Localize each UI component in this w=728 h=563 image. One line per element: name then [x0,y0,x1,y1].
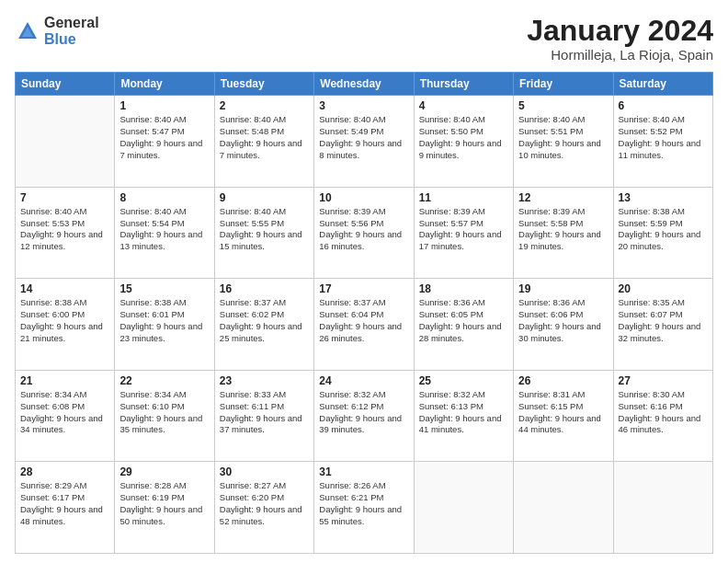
day-info: Sunrise: 8:28 AMSunset: 6:19 PMDaylight:… [119,480,209,527]
day-number: 5 [518,99,608,112]
day-number: 17 [319,282,408,295]
day-cell: 15Sunrise: 8:38 AMSunset: 6:01 PMDayligh… [115,279,214,371]
day-cell: 16Sunrise: 8:37 AMSunset: 6:02 PMDayligh… [214,279,313,371]
day-info: Sunrise: 8:39 AMSunset: 5:56 PMDaylight:… [319,206,408,253]
day-number: 29 [119,465,209,478]
day-number: 2 [220,99,309,112]
week-row-2: 14Sunrise: 8:38 AMSunset: 6:00 PMDayligh… [16,279,713,371]
day-info: Sunrise: 8:40 AMSunset: 5:48 PMDaylight:… [220,114,309,161]
title-block: January 2024 Hormilleja, La Rioja, Spain [527,15,713,63]
day-number: 11 [419,191,508,204]
day-cell: 17Sunrise: 8:37 AMSunset: 6:04 PMDayligh… [314,279,414,371]
day-cell [514,462,613,554]
day-number: 6 [619,99,708,112]
logo-text: General Blue [44,15,99,47]
day-number: 30 [220,465,309,478]
day-cell: 22Sunrise: 8:34 AMSunset: 6:10 PMDayligh… [115,370,214,462]
day-info: Sunrise: 8:33 AMSunset: 6:11 PMDaylight:… [220,389,309,436]
day-cell: 24Sunrise: 8:32 AMSunset: 6:12 PMDayligh… [314,370,414,462]
location: Hormilleja, La Rioja, Spain [527,47,713,63]
weekday-wednesday: Wednesday [314,73,414,96]
day-number: 9 [220,191,309,204]
day-number: 7 [20,191,109,204]
day-number: 1 [119,99,209,112]
day-info: Sunrise: 8:37 AMSunset: 6:02 PMDaylight:… [220,297,309,344]
day-cell: 20Sunrise: 8:35 AMSunset: 6:07 PMDayligh… [613,279,712,371]
day-info: Sunrise: 8:40 AMSunset: 5:51 PMDaylight:… [518,114,608,161]
day-cell: 6Sunrise: 8:40 AMSunset: 5:52 PMDaylight… [613,96,712,188]
day-info: Sunrise: 8:40 AMSunset: 5:53 PMDaylight:… [20,206,109,253]
day-number: 20 [619,282,708,295]
day-info: Sunrise: 8:29 AMSunset: 6:17 PMDaylight:… [20,480,109,527]
day-info: Sunrise: 8:30 AMSunset: 6:16 PMDaylight:… [619,389,708,436]
week-row-3: 21Sunrise: 8:34 AMSunset: 6:08 PMDayligh… [16,370,713,462]
day-info: Sunrise: 8:40 AMSunset: 5:50 PMDaylight:… [419,114,508,161]
day-number: 3 [319,99,408,112]
day-cell: 3Sunrise: 8:40 AMSunset: 5:49 PMDaylight… [314,96,414,188]
day-cell: 13Sunrise: 8:38 AMSunset: 5:59 PMDayligh… [613,187,712,279]
day-info: Sunrise: 8:40 AMSunset: 5:52 PMDaylight:… [619,114,708,161]
day-cell: 14Sunrise: 8:38 AMSunset: 6:00 PMDayligh… [16,279,115,371]
day-info: Sunrise: 8:31 AMSunset: 6:15 PMDaylight:… [518,389,608,436]
day-info: Sunrise: 8:34 AMSunset: 6:08 PMDaylight:… [20,389,109,436]
weekday-sunday: Sunday [16,73,115,96]
weekday-header-row: SundayMondayTuesdayWednesdayThursdayFrid… [16,73,713,96]
day-info: Sunrise: 8:40 AMSunset: 5:49 PMDaylight:… [319,114,408,161]
day-number: 16 [220,282,309,295]
day-info: Sunrise: 8:36 AMSunset: 6:05 PMDaylight:… [419,297,508,344]
day-cell [613,462,712,554]
day-info: Sunrise: 8:32 AMSunset: 6:13 PMDaylight:… [419,389,508,436]
logo: General Blue [15,15,99,47]
day-info: Sunrise: 8:40 AMSunset: 5:47 PMDaylight:… [119,114,209,161]
day-info: Sunrise: 8:26 AMSunset: 6:21 PMDaylight:… [319,480,408,527]
day-cell: 18Sunrise: 8:36 AMSunset: 6:05 PMDayligh… [414,279,513,371]
day-cell: 8Sunrise: 8:40 AMSunset: 5:54 PMDaylight… [115,187,214,279]
day-number: 10 [319,191,408,204]
day-cell: 25Sunrise: 8:32 AMSunset: 6:13 PMDayligh… [414,370,513,462]
day-cell: 30Sunrise: 8:27 AMSunset: 6:20 PMDayligh… [214,462,313,554]
week-row-0: 1Sunrise: 8:40 AMSunset: 5:47 PMDaylight… [16,96,713,188]
day-number: 18 [419,282,508,295]
weekday-thursday: Thursday [414,73,513,96]
day-cell: 11Sunrise: 8:39 AMSunset: 5:57 PMDayligh… [414,187,513,279]
day-number: 15 [119,282,209,295]
day-cell: 10Sunrise: 8:39 AMSunset: 5:56 PMDayligh… [314,187,414,279]
month-title: January 2024 [527,15,713,47]
day-number: 12 [518,191,608,204]
day-info: Sunrise: 8:39 AMSunset: 5:57 PMDaylight:… [419,206,508,253]
day-info: Sunrise: 8:38 AMSunset: 6:01 PMDaylight:… [119,297,209,344]
day-number: 4 [419,99,508,112]
header: General Blue January 2024 Hormilleja, La… [15,15,713,63]
day-cell: 28Sunrise: 8:29 AMSunset: 6:17 PMDayligh… [16,462,115,554]
day-cell: 31Sunrise: 8:26 AMSunset: 6:21 PMDayligh… [314,462,414,554]
week-row-4: 28Sunrise: 8:29 AMSunset: 6:17 PMDayligh… [16,462,713,554]
logo-general-text: General [44,15,99,31]
day-cell: 27Sunrise: 8:30 AMSunset: 6:16 PMDayligh… [613,370,712,462]
day-cell: 2Sunrise: 8:40 AMSunset: 5:48 PMDaylight… [214,96,313,188]
day-number: 8 [119,191,209,204]
day-number: 26 [518,374,608,387]
weekday-monday: Monday [115,73,214,96]
day-info: Sunrise: 8:35 AMSunset: 6:07 PMDaylight:… [619,297,708,344]
day-number: 22 [119,374,209,387]
weekday-saturday: Saturday [613,73,712,96]
week-row-1: 7Sunrise: 8:40 AMSunset: 5:53 PMDaylight… [16,187,713,279]
day-cell: 19Sunrise: 8:36 AMSunset: 6:06 PMDayligh… [514,279,613,371]
day-number: 19 [518,282,608,295]
day-cell [414,462,513,554]
day-number: 24 [319,374,408,387]
weekday-friday: Friday [514,73,613,96]
day-cell: 21Sunrise: 8:34 AMSunset: 6:08 PMDayligh… [16,370,115,462]
day-cell [16,96,115,188]
day-info: Sunrise: 8:38 AMSunset: 6:00 PMDaylight:… [20,297,109,344]
day-info: Sunrise: 8:38 AMSunset: 5:59 PMDaylight:… [619,206,708,253]
day-cell: 5Sunrise: 8:40 AMSunset: 5:51 PMDaylight… [514,96,613,188]
day-cell: 7Sunrise: 8:40 AMSunset: 5:53 PMDaylight… [16,187,115,279]
weekday-tuesday: Tuesday [214,73,313,96]
calendar-table: SundayMondayTuesdayWednesdayThursdayFrid… [15,72,713,554]
day-cell: 12Sunrise: 8:39 AMSunset: 5:58 PMDayligh… [514,187,613,279]
day-info: Sunrise: 8:32 AMSunset: 6:12 PMDaylight:… [319,389,408,436]
day-number: 27 [619,374,708,387]
day-cell: 23Sunrise: 8:33 AMSunset: 6:11 PMDayligh… [214,370,313,462]
logo-icon [15,18,40,44]
